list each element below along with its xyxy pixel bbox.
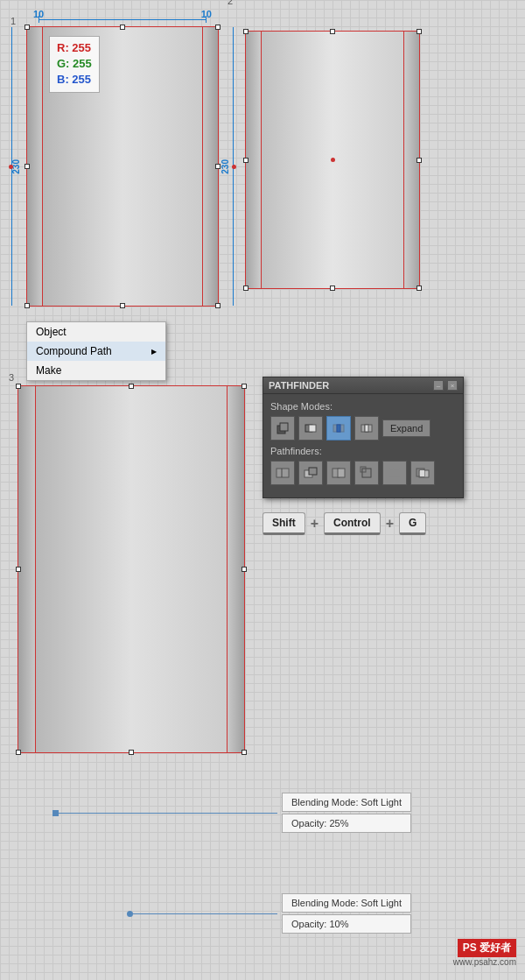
svg-rect-18 [389, 469, 400, 476]
panel-3-canvas [18, 385, 245, 753]
dim-left-dot [9, 165, 13, 169]
handle-bm[interactable] [120, 303, 125, 308]
panel-3: 3 [9, 372, 254, 753]
key-shift[interactable]: Shift [262, 512, 305, 535]
pf-intersect-btn[interactable] [326, 416, 351, 441]
pf-exclude-btn[interactable] [354, 416, 379, 441]
annotation-2-line [133, 913, 277, 914]
key-g[interactable]: G [399, 512, 426, 535]
pf-divide-btn[interactable] [270, 461, 295, 485]
svg-rect-22 [420, 470, 424, 476]
bottom-section: 3 PATHFINDER [0, 368, 525, 762]
pathfinder-controls: – × [433, 380, 458, 391]
section-3-num: 3 [9, 372, 14, 383]
panel-1: 1 10 10 [9, 9, 219, 307]
pf-merge-btn[interactable] [326, 461, 351, 485]
annotation-2-line1: Blending Mode: Soft Light [282, 893, 411, 913]
handle-tl[interactable] [24, 25, 30, 30]
annotation-2-line2: Opacity: 10% [282, 914, 411, 934]
annotation-2-dot [127, 911, 133, 917]
main-content: 1 10 10 [0, 0, 525, 762]
compound-path-arrow: ▶ [151, 348, 157, 356]
pf-trim-btn[interactable] [298, 461, 323, 485]
handle-bl[interactable] [24, 303, 30, 308]
context-menu-make-label: Make [36, 364, 61, 377]
pathfinders-label: Pathfinders: [270, 446, 456, 456]
p3-handle-tl[interactable] [16, 384, 21, 389]
p3-handle-bl[interactable] [16, 750, 21, 755]
handle-tm[interactable] [120, 25, 125, 30]
handle-br[interactable] [215, 303, 220, 308]
shape-modes-label: Shape Modes: [270, 401, 456, 412]
handle-ml[interactable] [24, 164, 30, 169]
pathfinder-close-btn[interactable]: × [447, 380, 458, 391]
svg-rect-3 [309, 425, 316, 432]
annotation-1: Blending Mode: Soft Light Opacity: 25% [52, 793, 411, 833]
section-2-num: 2 [228, 0, 233, 6]
annotation-1-line [59, 813, 277, 814]
plus-1: + [311, 516, 318, 532]
right-panel: PATHFINDER – × Shape Modes: [262, 372, 516, 753]
p3-handle-tm[interactable] [129, 384, 134, 389]
key-control[interactable]: Control [324, 512, 381, 535]
svg-rect-15 [338, 469, 345, 477]
color-display: R: 255 G: 255 B: 255 [49, 36, 100, 93]
pf-minus-front-btn[interactable] [298, 416, 323, 441]
pf-unite-btn[interactable] [270, 416, 295, 441]
svg-rect-13 [309, 468, 317, 475]
context-menu-object-label: Object [36, 326, 66, 338]
annotation-1-line1: Blending Mode: Soft Light [282, 793, 411, 812]
handle-tr[interactable] [215, 25, 220, 30]
svg-rect-1 [280, 423, 288, 431]
ruler-top: 10 10 [26, 9, 219, 26]
watermark-ps: PS 爱好者 [458, 939, 516, 957]
pf-outline-btn[interactable] [382, 461, 407, 485]
p2-center-dot [331, 158, 335, 162]
panel-2: 2 [228, 9, 516, 307]
color-r: R: 255 [57, 40, 92, 56]
context-menu-compound-label: Compound Path [36, 345, 112, 357]
pathfinder-body: Shape Modes: [263, 394, 463, 497]
section-1-num: 1 [10, 16, 16, 26]
p3-handle-ml[interactable] [16, 567, 21, 572]
p2-handle-ml[interactable] [243, 158, 248, 163]
pf-expand-btn[interactable]: Expand [382, 419, 430, 437]
p3-handle-mr[interactable] [242, 567, 247, 572]
annotation-1-dot [52, 810, 59, 816]
p2-handle-br[interactable] [416, 286, 422, 291]
context-menu-object[interactable]: Object [27, 322, 165, 342]
pf-minus-back-btn[interactable] [410, 461, 435, 485]
svg-rect-9 [365, 425, 368, 432]
context-menu: Object Compound Path ▶ Make [26, 321, 166, 381]
p2-handle-tm[interactable] [330, 29, 335, 34]
watermark-container: PS 爱好者 www.psahz.com [453, 939, 516, 967]
plus-2: + [386, 516, 394, 532]
annotation-1-line2: Opacity: 25% [282, 814, 411, 833]
color-g: G: 255 [57, 56, 92, 72]
panel-3-left-stripe [18, 386, 36, 752]
pathfinder-title-bar: PATHFINDER – × [263, 377, 463, 394]
p2-handle-bl[interactable] [243, 286, 248, 291]
color-b: B: 255 [57, 72, 92, 88]
svg-rect-10 [276, 469, 289, 477]
pf-crop-btn[interactable] [354, 461, 379, 485]
shortcut-display: Shift + Control + G [262, 512, 516, 535]
p2-handle-tr[interactable] [416, 29, 422, 34]
pathfinder-panel: PATHFINDER – × Shape Modes: [262, 377, 464, 498]
annotation-2-box: Blending Mode: Soft Light Opacity: 10% [282, 893, 411, 934]
annotation-1-box: Blending Mode: Soft Light Opacity: 25% [282, 793, 411, 833]
p2-handle-tl[interactable] [243, 29, 248, 34]
p2-handle-mr[interactable] [416, 158, 422, 163]
pathfinder-minimize-btn[interactable]: – [433, 380, 444, 391]
panel-1-canvas: R: 255 G: 255 B: 255 230 230 [26, 26, 219, 307]
p3-handle-br[interactable] [242, 750, 247, 755]
context-menu-make[interactable]: Make [27, 361, 165, 380]
ruler-line-top [38, 19, 206, 20]
p2-handle-bm[interactable] [330, 286, 335, 291]
svg-rect-6 [337, 425, 340, 432]
svg-rect-16 [362, 469, 371, 477]
p3-handle-bm[interactable] [129, 750, 134, 755]
p3-handle-tr[interactable] [242, 384, 247, 389]
context-menu-compound-path[interactable]: Compound Path ▶ [27, 342, 165, 361]
annotation-2: Blending Mode: Soft Light Opacity: 10% [127, 893, 411, 934]
